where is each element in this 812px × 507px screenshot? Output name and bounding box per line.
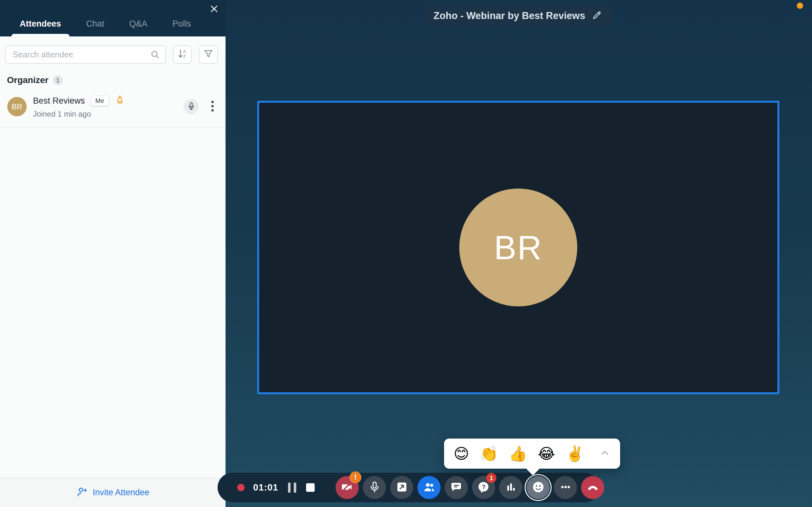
end-call-button[interactable] bbox=[581, 476, 604, 499]
reaction-victory[interactable]: ✌️ bbox=[565, 446, 584, 461]
more-dots-icon bbox=[559, 481, 572, 495]
stop-recording-button[interactable] bbox=[306, 483, 315, 492]
attendee-name: Best Reviews bbox=[33, 96, 85, 106]
search-icon bbox=[150, 49, 160, 61]
attendee-more-button[interactable] bbox=[207, 100, 218, 114]
more-options-button[interactable] bbox=[554, 476, 577, 499]
camera-toggle-button[interactable]: ! bbox=[336, 476, 359, 499]
mic-toggle-button[interactable] bbox=[363, 476, 386, 499]
call-controls-toolbar: 01:01 ! bbox=[217, 473, 600, 502]
svg-text:A: A bbox=[183, 49, 186, 54]
svg-text:?: ? bbox=[482, 483, 486, 490]
speaker-video-tile[interactable]: BR bbox=[257, 101, 779, 394]
organizer-crown-icon bbox=[114, 95, 125, 107]
edit-title-icon[interactable] bbox=[592, 10, 602, 22]
share-screen-icon bbox=[396, 481, 408, 495]
attendee-info: Best Reviews Me Joined 1 min ago bbox=[33, 95, 177, 118]
tab-chat[interactable]: Chat bbox=[86, 20, 104, 28]
chevron-up-icon bbox=[599, 447, 611, 460]
attendees-list: A Z Organizer 1 bbox=[0, 37, 225, 477]
speaker-avatar: BR bbox=[459, 188, 577, 306]
recording-indicator-dot bbox=[237, 484, 245, 491]
share-screen-button[interactable] bbox=[390, 476, 413, 499]
tab-attendees[interactable]: Attendees bbox=[20, 20, 61, 28]
organizer-section-header: Organizer 1 bbox=[0, 64, 225, 85]
mic-icon bbox=[187, 102, 196, 112]
qa-count-badge: 1 bbox=[486, 473, 496, 483]
panel-tabs: Attendees Chat Q&A Polls bbox=[0, 0, 225, 37]
close-icon bbox=[209, 4, 219, 15]
invite-attendee-button[interactable]: Invite Attendee bbox=[0, 477, 225, 507]
end-call-icon bbox=[586, 480, 600, 495]
attendee-row[interactable]: BR Best Reviews Me bbox=[0, 87, 225, 127]
me-badge: Me bbox=[91, 96, 109, 106]
kebab-menu-icon bbox=[211, 100, 214, 114]
pause-recording-button[interactable] bbox=[287, 481, 298, 494]
svg-text:Z: Z bbox=[183, 54, 186, 59]
search-box bbox=[5, 45, 166, 64]
reactions-popup: 😊 👏 👍 😂 ✌️ bbox=[444, 439, 620, 469]
tab-qa[interactable]: Q&A bbox=[130, 20, 148, 28]
attendee-initials: BR bbox=[12, 102, 22, 111]
reaction-thumbs-up[interactable]: 👍 bbox=[509, 446, 527, 461]
sort-button[interactable]: A Z bbox=[173, 45, 192, 64]
person-plus-icon bbox=[76, 486, 88, 499]
search-row: A Z bbox=[0, 37, 225, 64]
reaction-clap[interactable]: 👏 bbox=[479, 446, 498, 461]
attendee-mic-button[interactable] bbox=[183, 99, 199, 114]
sort-az-icon: A Z bbox=[177, 48, 188, 61]
webinar-title-pill[interactable]: Zoho - Webinar by Best Reviews bbox=[424, 6, 612, 26]
webinar-app: Attendees Chat Q&A Polls bbox=[0, 0, 812, 507]
call-buttons: ! bbox=[328, 476, 612, 499]
camera-alert-badge: ! bbox=[350, 471, 361, 483]
collapse-reactions-button[interactable] bbox=[599, 447, 611, 460]
invite-attendee-label: Invite Attendee bbox=[93, 488, 149, 498]
attendees-panel: Attendees Chat Q&A Polls bbox=[0, 0, 225, 507]
question-bubble-icon: ? bbox=[477, 481, 490, 495]
smiley-icon bbox=[531, 480, 545, 495]
chat-button[interactable] bbox=[445, 476, 468, 499]
organizer-count-badge: 1 bbox=[53, 75, 63, 85]
reactions-button[interactable] bbox=[526, 476, 550, 499]
filter-button[interactable] bbox=[199, 45, 218, 64]
participants-button[interactable] bbox=[417, 476, 441, 499]
chat-icon bbox=[450, 481, 463, 495]
webinar-title: Zoho - Webinar by Best Reviews bbox=[434, 10, 585, 21]
panel-tab-bar: Attendees Chat Q&A Polls bbox=[0, 0, 225, 37]
mic-icon bbox=[368, 481, 381, 495]
filter-funnel-icon bbox=[203, 49, 214, 60]
camera-off-icon bbox=[341, 481, 354, 495]
polls-button[interactable] bbox=[499, 476, 522, 499]
organizer-label: Organizer bbox=[7, 75, 49, 85]
system-recording-dot bbox=[797, 3, 803, 9]
attendee-avatar: BR bbox=[7, 97, 27, 116]
bar-chart-icon bbox=[505, 481, 517, 495]
recording-timer: 01:01 bbox=[253, 482, 278, 493]
recording-controls: 01:01 bbox=[217, 481, 328, 494]
search-input[interactable] bbox=[5, 45, 166, 64]
reaction-smile[interactable]: 😊 bbox=[454, 446, 469, 461]
speaker-initials: BR bbox=[494, 228, 542, 267]
reaction-laugh[interactable]: 😂 bbox=[538, 446, 555, 461]
qa-button[interactable]: ? 1 bbox=[472, 476, 495, 499]
participants-icon bbox=[422, 481, 436, 495]
tab-polls[interactable]: Polls bbox=[172, 20, 191, 28]
close-panel-button[interactable] bbox=[207, 3, 221, 16]
attendee-joined-time: Joined 1 min ago bbox=[33, 110, 177, 118]
